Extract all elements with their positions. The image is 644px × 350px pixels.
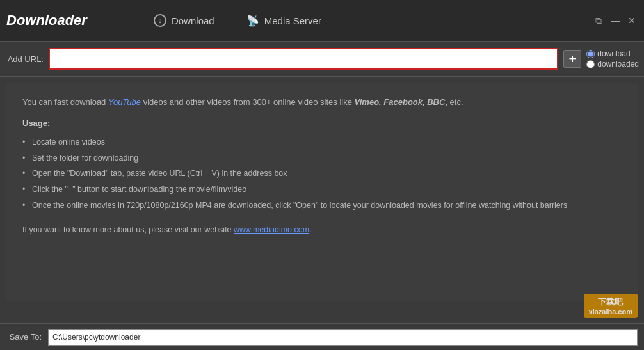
minimize-button[interactable]: — bbox=[609, 15, 621, 26]
tab-download[interactable]: ↓ Download bbox=[141, 9, 227, 32]
url-bar-area: Add URL: + download downloaded bbox=[0, 42, 644, 77]
radio-download-label: download bbox=[597, 49, 630, 58]
window-controls: ⧉ — ✕ bbox=[593, 15, 638, 26]
radio-options: download downloaded bbox=[586, 49, 639, 68]
footer-paragraph: If you want to know more about us, pleas… bbox=[22, 225, 622, 234]
title-bar: Downloader ↓ Download 📡 Media Server ⧉ —… bbox=[0, 0, 644, 42]
url-label: Add URL: bbox=[5, 54, 44, 64]
tab-download-label: Download bbox=[172, 15, 214, 26]
intro-text-before: You can fast download bbox=[22, 97, 108, 107]
url-input[interactable] bbox=[49, 48, 558, 70]
url-input-wrapper bbox=[49, 48, 558, 70]
intro-text-end: , etc. bbox=[445, 97, 463, 107]
tab-media-server-label: Media Server bbox=[264, 15, 321, 26]
footer-text-before: If you want to know more about us, pleas… bbox=[22, 225, 234, 234]
close-button[interactable]: ✕ bbox=[626, 15, 638, 26]
nav-tabs: ↓ Download 📡 Media Server bbox=[141, 9, 593, 32]
bottom-bar: Save To: bbox=[0, 323, 644, 350]
radio-download[interactable]: download bbox=[586, 49, 639, 58]
list-item: Set the folder for downloading bbox=[22, 150, 622, 166]
radio-downloaded-label: downloaded bbox=[597, 60, 639, 68]
radio-download-input[interactable] bbox=[586, 50, 595, 58]
main-content: You can fast download YouTube videos and… bbox=[6, 83, 638, 301]
list-item: Click the "+" button to start downloadin… bbox=[22, 182, 622, 198]
site-names: Vimeo, Facebook, BBC bbox=[355, 97, 446, 107]
website-link[interactable]: www.mediadimo.com bbox=[234, 225, 309, 234]
watermark-zh: 下载吧 bbox=[589, 296, 632, 308]
youtube-link[interactable]: YouTube bbox=[108, 97, 141, 107]
usage-title: Usage: bbox=[22, 118, 622, 128]
radio-downloaded-input[interactable] bbox=[586, 60, 595, 68]
intro-paragraph: You can fast download YouTube videos and… bbox=[22, 96, 622, 109]
download-icon: ↓ bbox=[154, 14, 166, 27]
restore-button[interactable]: ⧉ bbox=[593, 15, 604, 26]
usage-list: Locate online videos Set the folder for … bbox=[22, 134, 622, 214]
footer-text-after: . bbox=[309, 225, 311, 234]
tab-media-server[interactable]: 📡 Media Server bbox=[234, 10, 334, 32]
save-path-input[interactable] bbox=[48, 329, 638, 346]
list-item: Once the online movies in 720p/1080p/216… bbox=[22, 198, 622, 214]
list-item: Open the "Download" tab, paste video URL… bbox=[22, 166, 622, 182]
watermark-badge: 下载吧 xiazaiba.com bbox=[584, 294, 638, 318]
media-server-icon: 📡 bbox=[246, 15, 259, 27]
intro-text-after: videos and other videos from 300+ online… bbox=[141, 97, 355, 107]
list-item: Locate online videos bbox=[22, 134, 622, 150]
save-label: Save To: bbox=[6, 332, 42, 342]
url-add-button[interactable]: + bbox=[563, 50, 581, 68]
radio-downloaded[interactable]: downloaded bbox=[586, 60, 639, 68]
watermark-url: xiazaiba.com bbox=[589, 308, 632, 315]
app-title: Downloader bbox=[6, 12, 122, 29]
